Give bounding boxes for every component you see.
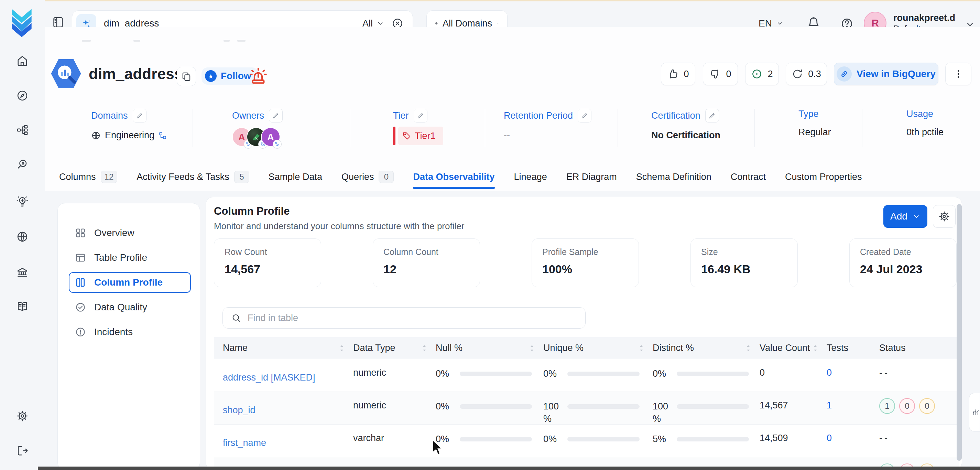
column-name-link[interactable]: address_id [MASKED] xyxy=(214,359,353,383)
edit-tier-button[interactable] xyxy=(414,109,427,123)
distinct-progress-bar xyxy=(677,437,749,441)
sort-icon[interactable] xyxy=(813,344,818,352)
tier-tag[interactable]: Tier1 xyxy=(393,127,485,145)
null-percent-cell: 0% xyxy=(436,425,543,445)
edit-certification-button[interactable] xyxy=(705,109,719,123)
tab-er-diagram[interactable]: ER Diagram xyxy=(566,171,617,189)
col-header-null[interactable]: Null % xyxy=(436,343,543,354)
sort-icon[interactable] xyxy=(422,344,427,352)
tab-data-observability[interactable]: Data Observability xyxy=(413,171,495,189)
find-in-table[interactable] xyxy=(223,307,585,328)
column-name-link[interactable]: first_name xyxy=(214,425,353,448)
vertical-scrollbar[interactable] xyxy=(957,204,962,461)
top-edge-strip xyxy=(0,0,980,2)
find-in-table-input[interactable] xyxy=(247,312,577,324)
stat-profile-sample: Profile Sample 100% xyxy=(531,239,639,287)
status-success-badge[interactable]: 1 xyxy=(879,398,895,414)
subnav-incidents[interactable]: Incidents xyxy=(69,322,191,343)
tab-queries[interactable]: Queries0 xyxy=(342,171,394,189)
tab-activity-feeds[interactable]: Activity Feeds & Tasks5 xyxy=(137,171,249,189)
add-button[interactable]: Add xyxy=(883,205,928,228)
unique-percent-cell: 0% xyxy=(543,359,653,380)
kebab-menu-icon xyxy=(953,69,964,80)
col-header-unique[interactable]: Unique % xyxy=(543,343,653,354)
status-failed-badge[interactable]: 0 xyxy=(899,398,915,414)
col-header-name[interactable]: Name xyxy=(214,343,353,354)
home-icon[interactable] xyxy=(16,55,29,67)
unique-progress-bar xyxy=(567,437,640,441)
table-row: shop_id numeric 0% 100 % 100 % 14,567 1 … xyxy=(214,392,959,425)
domain-value[interactable]: Engineering xyxy=(91,130,192,141)
tab-contract[interactable]: Contract xyxy=(731,171,766,189)
chart-icon xyxy=(972,406,980,418)
left-nav-rail xyxy=(0,0,45,470)
domains-globe-icon[interactable] xyxy=(16,231,29,243)
sort-icon[interactable] xyxy=(339,344,344,352)
status-aborted-badge[interactable]: 0 xyxy=(919,398,935,414)
distinct-percent-cell: 100 % xyxy=(653,392,760,425)
upvote-button[interactable]: 0 xyxy=(661,63,695,85)
metadata-band: Domains Engineering Owners A xyxy=(45,106,980,152)
insights-icon[interactable] xyxy=(16,195,29,207)
certification-section: Certification No Certification xyxy=(618,109,755,147)
entity-tabs: Columns12 Activity Feeds & Tasks5 Sample… xyxy=(45,171,980,191)
null-progress-bar xyxy=(460,437,532,441)
settings-gear-icon[interactable] xyxy=(16,410,29,422)
col-header-distinct[interactable]: Distinct % xyxy=(653,343,760,354)
column-name-link[interactable]: shop_id xyxy=(214,392,353,416)
profiler-settings-button[interactable] xyxy=(933,205,956,228)
edit-retention-button[interactable] xyxy=(578,109,592,123)
subnav-overview[interactable]: Overview xyxy=(69,223,191,243)
tests-count-link[interactable]: 0 xyxy=(827,359,879,378)
incident-siren-icon[interactable] xyxy=(248,66,268,88)
floating-widget-cut[interactable] xyxy=(969,393,980,432)
downvote-button[interactable]: 0 xyxy=(703,63,738,85)
more-actions-button[interactable] xyxy=(945,63,971,85)
tab-sample-data[interactable]: Sample Data xyxy=(269,171,322,189)
globe-icon xyxy=(91,131,101,140)
tab-schema-definition[interactable]: Schema Definition xyxy=(636,171,711,189)
table-row: address_id [MASKED] numeric 0% 0% 0% 0 0… xyxy=(214,359,959,392)
version-button[interactable]: 0.3 xyxy=(786,63,827,85)
discovery-icon[interactable] xyxy=(16,158,29,170)
panel-title: Column Profile xyxy=(214,205,464,217)
col-header-data-type[interactable]: Data Type xyxy=(353,343,436,354)
unique-percent-cell: 100 % xyxy=(543,392,653,425)
subnav-table-profile[interactable]: Table Profile xyxy=(69,247,191,268)
tests-count-link[interactable]: 1 xyxy=(827,392,879,411)
followers-button[interactable]: 2 xyxy=(745,63,779,85)
edit-domains-button[interactable] xyxy=(133,109,146,123)
glossary-book-icon[interactable] xyxy=(16,300,29,313)
status-cell: 1 0 0 xyxy=(879,392,959,414)
explore-compass-icon[interactable] xyxy=(16,89,29,102)
chevron-down-icon xyxy=(376,19,385,27)
tab-columns[interactable]: Columns12 xyxy=(59,171,117,189)
govern-bank-icon[interactable] xyxy=(16,266,29,278)
app-window: All All Domains EN R rounakpreet.d xyxy=(0,0,980,470)
app-logo[interactable] xyxy=(10,9,33,38)
tests-count-link[interactable]: 0 xyxy=(827,425,879,443)
bottom-edge-strip xyxy=(38,467,980,470)
copy-icon[interactable] xyxy=(177,67,196,86)
check-circle-icon xyxy=(75,302,86,313)
watch-icon xyxy=(751,68,763,80)
null-progress-bar xyxy=(460,371,532,376)
view-in-bigquery-button[interactable]: View in BigQuery xyxy=(834,63,939,85)
owner-avatar[interactable]: A xyxy=(261,127,280,147)
sort-icon[interactable] xyxy=(530,344,535,352)
table-header-row: Name Data Type Null % Unique % Distinct … xyxy=(214,337,959,359)
col-header-value-count[interactable]: Value Count xyxy=(760,343,827,354)
sort-icon[interactable] xyxy=(746,344,751,352)
null-percent-cell: 0% xyxy=(436,359,543,380)
tab-lineage[interactable]: Lineage xyxy=(514,171,547,189)
edit-owners-button[interactable] xyxy=(269,109,283,123)
sort-icon[interactable] xyxy=(639,344,644,352)
subnav-data-quality[interactable]: Data Quality xyxy=(69,297,191,317)
data-assets-icon[interactable] xyxy=(16,124,29,136)
subnav-column-profile[interactable]: Column Profile xyxy=(69,272,191,293)
tier-section: Tier Tier1 xyxy=(351,109,485,147)
panel-subtitle: Monitor and understand your columns stru… xyxy=(214,221,464,231)
tab-custom-properties[interactable]: Custom Properties xyxy=(785,171,862,189)
logout-icon[interactable] xyxy=(16,445,29,457)
columns-icon xyxy=(75,277,86,288)
